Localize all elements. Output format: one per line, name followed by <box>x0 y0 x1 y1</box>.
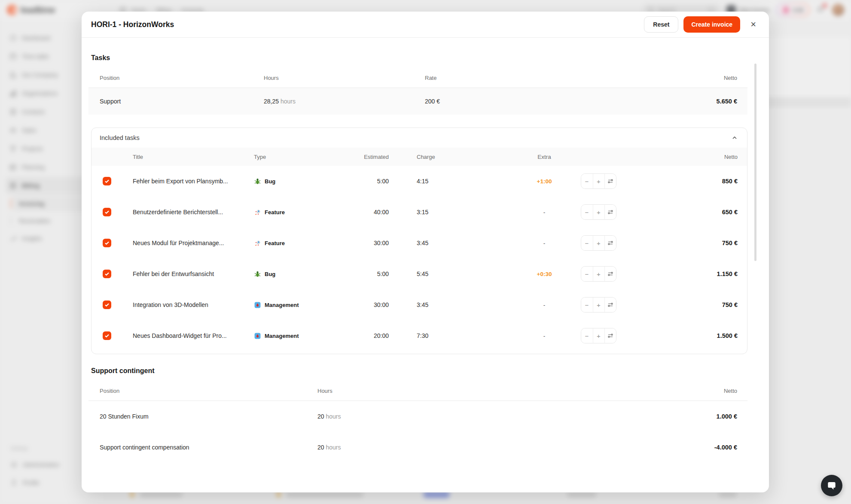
task-type-label: Feature <box>265 240 285 246</box>
sliders-icon <box>607 209 613 215</box>
column-header: Rate <box>425 75 563 81</box>
check-icon <box>104 179 110 184</box>
increase-extra-button[interactable]: + <box>593 328 604 343</box>
column-header: Title <box>133 154 254 160</box>
task-title: Fehler bei der Entwurfsansicht <box>133 270 254 277</box>
reset-button[interactable]: Reset <box>644 16 678 33</box>
netto-cell: 1.150 € <box>631 270 747 277</box>
check-icon <box>104 333 110 338</box>
estimated-cell: 5:00 <box>358 270 395 277</box>
netto-cell: 5.650 € <box>563 98 747 105</box>
checkbox-cell <box>92 301 133 309</box>
task-type-cell: Feature <box>254 240 358 247</box>
task-checkbox[interactable] <box>103 331 111 340</box>
rate-cell: 200 € <box>425 98 563 105</box>
task-title: Fehler beim Export von Plansymb... <box>133 178 254 185</box>
column-header: Hours <box>317 388 619 394</box>
extra-cell: +0:30 <box>523 271 566 277</box>
adjust-extra-button[interactable] <box>604 174 616 188</box>
column-header: Extra <box>523 154 566 160</box>
extra-cell: +1:00 <box>523 178 566 185</box>
modal-title: HORI-1 - HorizonWorks <box>91 20 644 29</box>
task-checkbox[interactable] <box>103 208 111 216</box>
position-cell: Support <box>88 98 264 105</box>
included-task-row: Benutzerdefinierte Berichterstell... Fea… <box>92 197 747 228</box>
decrease-extra-button[interactable]: − <box>581 236 593 250</box>
contingent-row: 20 Stunden Fixum 20 hours 1.000 € <box>88 401 747 432</box>
adjust-extra-button[interactable] <box>604 298 616 312</box>
netto-cell: 850 € <box>631 178 747 185</box>
column-header: Netto <box>631 154 747 160</box>
task-checkbox[interactable] <box>103 177 111 185</box>
check-icon <box>104 240 110 246</box>
decrease-extra-button[interactable]: − <box>581 174 593 188</box>
decrease-extra-button[interactable]: − <box>581 298 593 312</box>
sliders-icon <box>607 302 613 308</box>
management-icon <box>254 332 261 340</box>
charge-cell: 5:45 <box>395 270 523 277</box>
task-type-cell: Bug <box>254 178 358 185</box>
extra-cell: - <box>523 209 566 216</box>
estimated-cell: 30:00 <box>358 301 395 308</box>
netto-cell: 750 € <box>631 240 747 246</box>
netto-cell: 750 € <box>631 301 747 308</box>
charge-cell: 3:45 <box>395 301 523 308</box>
adjust-extra-button[interactable] <box>604 236 616 250</box>
included-task-row: Integration von 3D-Modellen Management 3… <box>92 289 747 320</box>
column-header: Type <box>254 154 358 160</box>
check-icon <box>104 302 110 307</box>
task-checkbox[interactable] <box>103 239 111 247</box>
column-header: Position <box>88 388 317 394</box>
task-type-label: Bug <box>265 271 275 277</box>
charge-cell: 3:15 <box>395 209 523 216</box>
sliders-icon <box>607 333 613 339</box>
check-icon <box>104 209 110 215</box>
hours-value: 20 <box>317 444 324 451</box>
chat-button[interactable] <box>821 475 842 496</box>
adjust-extra-button[interactable] <box>604 267 616 281</box>
extra-cell: - <box>523 302 566 308</box>
estimated-cell: 40:00 <box>358 209 395 216</box>
estimated-cell: 20:00 <box>358 332 395 339</box>
increase-extra-button[interactable]: + <box>593 236 604 250</box>
task-title: Neues Dashboard-Widget für Pro... <box>133 332 254 339</box>
checkbox-cell <box>92 239 133 247</box>
task-title: Benutzerdefinierte Berichterstell... <box>133 209 254 216</box>
chevron-up-icon[interactable] <box>732 135 738 141</box>
task-checkbox[interactable] <box>103 270 111 278</box>
increase-extra-button[interactable]: + <box>593 298 604 312</box>
check-icon <box>104 271 110 276</box>
modal-scrollbar[interactable] <box>754 64 756 261</box>
close-icon[interactable]: × <box>748 19 759 30</box>
column-header: Charge <box>395 154 523 160</box>
charge-cell: 7:30 <box>395 332 523 339</box>
adjust-extra-button[interactable] <box>604 205 616 219</box>
increase-extra-button[interactable]: + <box>593 205 604 219</box>
adjust-extra-button[interactable] <box>604 328 616 343</box>
decrease-extra-button[interactable]: − <box>581 205 593 219</box>
charge-cell: 3:45 <box>395 240 523 246</box>
task-type-label: Management <box>265 302 299 308</box>
modal-header: HORI-1 - HorizonWorks Reset Create invoi… <box>82 12 769 38</box>
included-tasks-toggle[interactable]: Included tasks <box>92 128 747 148</box>
netto-cell: 650 € <box>631 209 747 216</box>
increase-extra-button[interactable]: + <box>593 174 604 188</box>
decrease-extra-button[interactable]: − <box>581 267 593 281</box>
increase-extra-button[interactable]: + <box>593 267 604 281</box>
task-checkbox[interactable] <box>103 301 111 309</box>
checkbox-cell <box>92 177 133 185</box>
hours-cell: 20 hours <box>317 444 619 451</box>
position-cell: 20 Stunden Fixum <box>88 413 317 420</box>
task-title: Integration von 3D-Modellen <box>133 301 254 308</box>
estimated-cell: 30:00 <box>358 240 395 246</box>
position-cell: Support contingent compensation <box>88 444 317 451</box>
hours-cell: 20 hours <box>317 413 619 420</box>
extra-stepper: −+ <box>566 328 631 343</box>
task-type-label: Bug <box>265 178 275 185</box>
task-title: Neues Modul für Projektmanage... <box>133 240 254 246</box>
extra-cell: - <box>523 240 566 246</box>
management-icon <box>254 301 261 309</box>
extra-stepper: −+ <box>566 297 631 313</box>
create-invoice-button[interactable]: Create invoice <box>683 16 740 33</box>
decrease-extra-button[interactable]: − <box>581 328 593 343</box>
